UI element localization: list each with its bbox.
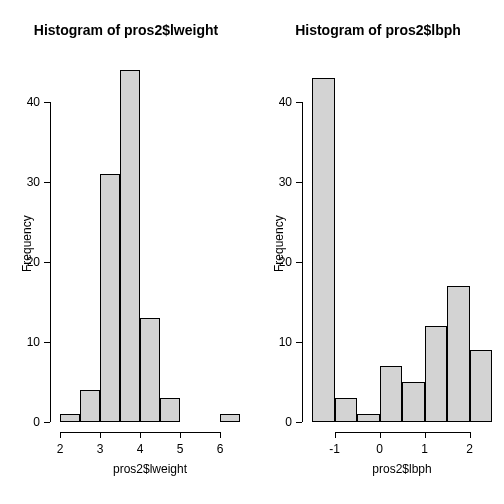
hist-bar bbox=[160, 398, 180, 422]
hist-bar bbox=[335, 398, 358, 422]
plot-lweight: 01020304023456 bbox=[60, 62, 240, 422]
title-lbph: Histogram of pros2$lbph bbox=[252, 22, 504, 38]
ylabel-lbph: Frequency bbox=[272, 215, 286, 272]
panel-lweight: Histogram of pros2$lweight 0102030402345… bbox=[0, 0, 252, 504]
y-tick: 30 bbox=[296, 182, 302, 183]
ylabel-lweight: Frequency bbox=[20, 215, 34, 272]
hist-bar bbox=[425, 326, 448, 422]
xlabel-lbph: pros2$lbph bbox=[312, 462, 492, 476]
panel-lbph: Histogram of pros2$lbph 010203040-1012 F… bbox=[252, 0, 504, 504]
y-tick: 20 bbox=[296, 262, 302, 263]
plot-lbph: 010203040-1012 bbox=[312, 62, 492, 422]
y-tick: 20 bbox=[44, 262, 50, 263]
y-tick: 10 bbox=[44, 342, 50, 343]
hist-bar bbox=[402, 382, 425, 422]
hist-bar bbox=[357, 414, 380, 422]
hist-bar bbox=[60, 414, 80, 422]
y-tick: 10 bbox=[296, 342, 302, 343]
figure: Histogram of pros2$lweight 0102030402345… bbox=[0, 0, 504, 504]
y-tick: 0 bbox=[296, 422, 302, 423]
xlabel-lweight: pros2$lweight bbox=[60, 462, 240, 476]
y-tick: 40 bbox=[44, 102, 50, 103]
hist-bar bbox=[120, 70, 140, 422]
hist-bar bbox=[80, 390, 100, 422]
y-tick: 0 bbox=[44, 422, 50, 423]
hist-bar bbox=[140, 318, 160, 422]
hist-bar bbox=[470, 350, 493, 422]
y-tick: 30 bbox=[44, 182, 50, 183]
title-lweight: Histogram of pros2$lweight bbox=[0, 22, 252, 38]
hist-bar bbox=[380, 366, 403, 422]
hist-bar bbox=[447, 286, 470, 422]
hist-bar bbox=[220, 414, 240, 422]
y-tick: 40 bbox=[296, 102, 302, 103]
hist-bar bbox=[100, 174, 120, 422]
hist-bar bbox=[312, 78, 335, 422]
